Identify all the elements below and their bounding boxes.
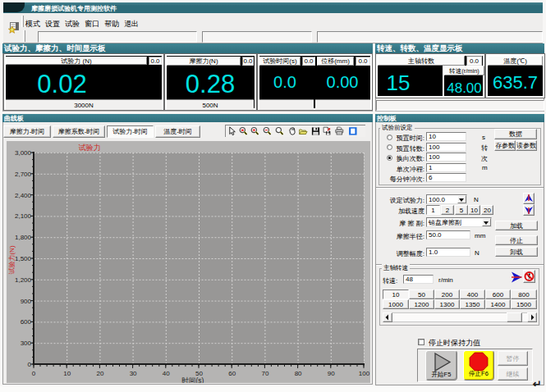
svg-text:1,200: 1,200 [15,276,32,284]
svg-text:时间(s): 时间(s) [182,376,204,383]
svg-text:80: 80 [295,370,302,377]
svg-text:900: 900 [21,298,32,305]
svg-text:试验力(N): 试验力(N) [8,245,16,274]
svg-text:600: 600 [21,318,32,326]
svg-text:3,000: 3,000 [15,149,32,157]
svg-text:100: 100 [359,370,370,377]
svg-text:0: 0 [28,361,32,368]
svg-text:2,400: 2,400 [15,192,32,199]
svg-text:300: 300 [21,340,32,347]
svg-text:40: 40 [163,370,170,377]
svg-text:70: 70 [261,370,268,377]
svg-text:10: 10 [63,370,71,377]
svg-text:试验力: 试验力 [79,144,101,152]
svg-text:0: 0 [32,370,36,377]
svg-text:2,100: 2,100 [15,212,32,220]
svg-text:1,800: 1,800 [15,234,32,241]
svg-text:1,500: 1,500 [15,255,32,262]
svg-text:60: 60 [228,370,236,377]
svg-text:90: 90 [328,370,335,377]
svg-text:20: 20 [96,370,103,377]
svg-text:2,700: 2,700 [15,171,32,178]
svg-text:30: 30 [130,370,137,377]
